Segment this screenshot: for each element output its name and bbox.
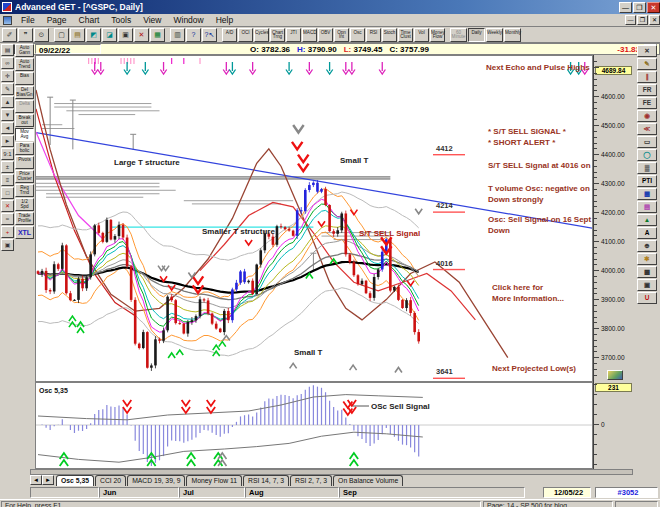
menu-page[interactable]: Page (41, 14, 73, 26)
ratio-icon[interactable]: 9:1 (1, 148, 14, 160)
left-study-xtl-button[interactable]: XTL (15, 226, 34, 239)
mob-icon[interactable]: ▤ (637, 201, 657, 213)
close-tool-icon[interactable]: ✕ (637, 45, 657, 57)
binoculars-icon[interactable]: ∞ (1, 57, 14, 69)
tab-money-flow-11[interactable]: Money Flow 11 (186, 475, 242, 486)
grab-icon[interactable]: ✛ (1, 70, 14, 82)
left-study-reg-trnd-button[interactable]: Reg Trnd (15, 184, 34, 197)
paint-tool-icon[interactable]: ✱ (637, 253, 657, 265)
menu-file[interactable]: File (15, 14, 41, 26)
underline-tool-icon[interactable]: U (637, 292, 657, 304)
timeframe-60-minute-button[interactable]: 60 Minute (450, 28, 467, 42)
oscillator-chart[interactable]: Osc 5,35OSc Sell Signal (36, 383, 592, 468)
left-study-para-bolic-button[interactable]: Para bolic (15, 142, 34, 155)
delete-icon[interactable]: ✕ (134, 28, 149, 42)
scroll-down-icon[interactable]: ▼ (1, 109, 14, 121)
table-icon[interactable]: ▦ (637, 188, 657, 200)
fib-retracement-icon[interactable]: FR (637, 84, 657, 96)
copy-tool-icon[interactable]: ▣ (637, 279, 657, 291)
child-minimize-button[interactable]: — (625, 15, 636, 25)
tab-cci-20[interactable]: CCI 20 (95, 475, 126, 486)
child-restore-button[interactable]: ❐ (637, 15, 648, 25)
menu-view[interactable]: View (137, 14, 167, 26)
study-chart-trng-button[interactable]: Chart Trng (270, 28, 285, 42)
tab-rsi-2-7-3[interactable]: RSI 2, 7, 3 (290, 475, 332, 486)
gann-fan-icon[interactable]: ≪ (637, 123, 657, 135)
price-chart[interactable]: 4412421440163641Next Echo and Pulse High… (36, 56, 592, 381)
tab-rsi-14-7-3[interactable]: RSI 14, 7, 3 (243, 475, 289, 486)
tab-on-balance-volume[interactable]: On Balance Volume (333, 475, 403, 486)
study-icon[interactable]: ✎ (1, 83, 14, 95)
context-help-icon[interactable]: ?↖ (202, 28, 217, 42)
study-a/d-button[interactable]: A/D (222, 28, 237, 42)
tab-osc-5-35[interactable]: Osc 5,35 (56, 475, 94, 486)
paste-icon[interactable]: ▣ (118, 28, 133, 42)
study-obv-button[interactable]: OBV (318, 28, 333, 42)
pointer-tool-icon[interactable]: ✐ (2, 28, 17, 42)
zoom-tool-icon[interactable]: ⊕ (637, 240, 657, 252)
study-money-flow-button[interactable]: Money Flow (430, 28, 445, 42)
new-chart-icon[interactable]: ▢ (54, 28, 69, 42)
study-jti-button[interactable]: JTI (286, 28, 301, 42)
menu-window[interactable]: Window (167, 14, 209, 26)
chart-tool-icon[interactable]: ▲ (637, 214, 657, 226)
study-osc-button[interactable]: Osc (350, 28, 365, 42)
regression-tool-icon[interactable]: ▓ (637, 162, 657, 174)
left-study-del-bias-gn-button[interactable]: Del Bias/Gn (15, 86, 34, 99)
maximize-button[interactable]: ❐ (633, 2, 646, 13)
timeframe-daily-button[interactable]: Daily (468, 28, 485, 42)
zoom-icon[interactable]: ⊙ (34, 28, 49, 42)
study-rsi-button[interactable]: RSI (366, 28, 381, 42)
print-icon[interactable]: ▥ (170, 28, 185, 42)
open-folder-icon[interactable]: ▤ (70, 28, 85, 42)
grid-tool-icon[interactable]: ▩ (637, 266, 657, 278)
study-cycles-button[interactable]: Cycles (254, 28, 269, 42)
new-window-icon[interactable]: ▣ (1, 239, 14, 251)
tab-scroll-left-button[interactable]: ◄ (30, 475, 42, 485)
left-study-mov-avg-button[interactable]: Mov Avg (15, 128, 34, 141)
study-macd-button[interactable]: MACD (302, 28, 317, 42)
price-chart-panel[interactable]: 4412421440163641Next Echo and Pulse High… (35, 55, 593, 382)
gann-circle-icon[interactable]: ◉ (637, 110, 657, 122)
help-icon[interactable]: ? (186, 28, 201, 42)
left-study-price-cluster-button[interactable]: Price Cluster (15, 170, 34, 183)
study-oci-button[interactable]: OCI (238, 28, 253, 42)
pencil-tool-icon[interactable]: ✎ (637, 58, 657, 70)
box-icon[interactable]: □ (1, 187, 14, 199)
timeframe-monthly-button[interactable]: Monthly (504, 28, 521, 42)
refresh-chart-icon[interactable]: ▦ (150, 28, 165, 42)
scroll-up-icon[interactable]: ▲ (1, 96, 14, 108)
left-study-break-out-button[interactable]: Break out (15, 114, 34, 127)
child-close-button[interactable]: ✕ (649, 15, 660, 25)
study-vol-button[interactable]: Vol (414, 28, 429, 42)
left-study-trade-profile-button[interactable]: Trade Profile (15, 212, 34, 225)
quotes-icon[interactable]: ❞ (18, 28, 33, 42)
scroll-date-box[interactable]: 12/05/22 (543, 487, 591, 498)
crosshair-icon[interactable]: + (1, 226, 14, 238)
left-study-pivots-button[interactable]: Pivots (15, 156, 34, 169)
text-tool-icon[interactable]: A (637, 227, 657, 239)
minimize-button[interactable]: — (619, 2, 632, 13)
left-study-auto-trend-button[interactable]: Auto Trend (15, 58, 34, 71)
close-button[interactable]: ✕ (647, 2, 660, 13)
left-study-auto-gann-button[interactable]: Auto Gann (15, 44, 34, 57)
open-chart-icon[interactable]: ▤ (1, 44, 14, 56)
left-study-bias-button[interactable]: Bias (15, 72, 34, 85)
import-icon[interactable]: ◩ (86, 28, 101, 42)
menu-help[interactable]: Help (210, 14, 239, 26)
export-icon[interactable]: ◪ (102, 28, 117, 42)
scroll-left-icon[interactable]: ◄ (1, 122, 14, 134)
scroll-right-icon[interactable]: ► (1, 135, 14, 147)
tab-macd-19-39-9[interactable]: MACD 19, 39, 9 (127, 475, 185, 486)
menu-tools[interactable]: Tools (105, 14, 137, 26)
axis-properties-icon[interactable] (607, 370, 623, 380)
left-study-1-2-spd-button[interactable]: 1/2 Spd (15, 198, 34, 211)
tab-scroll-right-button[interactable]: ► (42, 475, 54, 485)
pti-icon[interactable]: PTI (637, 175, 657, 187)
menu-chart[interactable]: Chart (73, 14, 106, 26)
trendline-tool-icon[interactable]: ∥ (637, 71, 657, 83)
study-opn-int-button[interactable]: Opn Int (334, 28, 349, 42)
study-stoch-button[interactable]: Stoch (382, 28, 397, 42)
expand-icon[interactable]: ≡ (1, 174, 14, 186)
study-time-clust-button[interactable]: Time Clust (398, 28, 413, 42)
